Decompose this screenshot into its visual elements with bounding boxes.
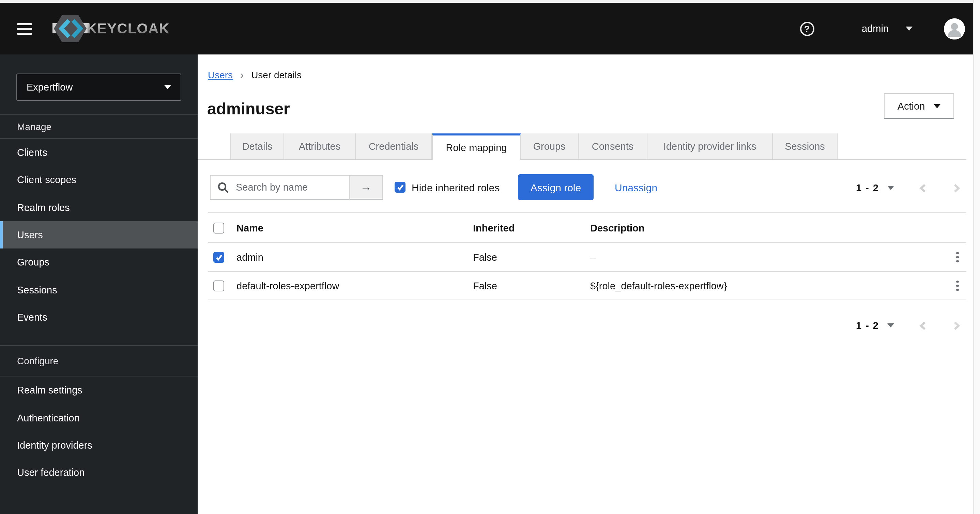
tab-identity-provider-links[interactable]: Identity provider links [648,133,773,159]
tab-credentials[interactable]: Credentials [356,133,432,159]
chevron-left-icon [919,320,928,330]
table-row: default-roles-expertflow False ${role_de… [208,272,966,300]
column-header-description: Description [590,222,645,233]
pagination-range: 1 - 2 [856,182,879,194]
cell-role-inherited: False [473,252,497,262]
search-submit-button[interactable]: → [350,175,383,200]
keycloak-logo: KEYCLOAK [52,14,170,44]
cell-role-inherited: False [473,280,497,291]
sidebar-item-groups[interactable]: Groups [0,249,197,276]
sidebar-item-clients[interactable]: Clients [0,139,197,167]
sidebar-item-client-scopes[interactable]: Client scopes [0,167,197,194]
search-icon [217,181,229,193]
chevron-down-icon [164,85,171,89]
sidebar-item-user-federation[interactable]: User federation [0,459,197,486]
brand-text: KEYCLOAK [87,21,170,37]
chevron-left-icon [919,183,928,193]
keycloak-logo-icon [52,14,89,44]
search-group: → [210,175,383,200]
pagination-next-button[interactable] [952,320,961,330]
row-checkbox[interactable] [213,252,224,262]
sidebar-item-users[interactable]: Users [0,221,197,249]
pagination-menu-toggle[interactable] [887,186,894,190]
table-row: admin False – [208,243,966,272]
search-input-wrapper [210,175,350,200]
tab-details[interactable]: Details [230,133,284,159]
cell-role-description: ${role_default-roles-expertflow} [590,280,727,291]
sidebar-item-realm-settings[interactable]: Realm settings [0,376,197,404]
nav-section-manage: Manage [0,115,197,138]
realm-selector[interactable]: Expertflow [16,73,181,101]
row-kebab-menu[interactable] [953,249,961,265]
realm-selector-label: Expertflow [27,82,73,93]
breadcrumb-link-users[interactable]: Users [208,69,233,80]
column-header-inherited: Inherited [473,222,514,233]
column-header-name: Name [237,222,263,233]
toolbar: → Hide inherited roles Assign role Unass… [197,174,973,201]
breadcrumb-current: User details [251,69,302,80]
sidebar-nav: Expertflow Manage Clients Client scopes … [0,54,197,514]
window-top-strip [0,0,980,3]
cell-role-name: default-roles-expertflow [237,280,339,291]
keycloak-admin-console: KEYCLOAK ? admin Expertflow [0,0,980,514]
sidebar-item-sessions[interactable]: Sessions [0,276,197,304]
pagination-next-button[interactable] [952,183,961,193]
row-checkbox[interactable] [213,280,224,291]
page-title: adminuser [207,99,290,119]
masthead: KEYCLOAK ? admin [0,3,973,54]
pagination-prev-button[interactable] [919,183,928,193]
main-content: Users › User details adminuser Action De… [197,54,973,514]
pagination-range: 1 - 2 [856,320,879,331]
user-menu-label: admin [862,23,889,34]
breadcrumb: Users › User details [208,69,302,80]
sidebar-item-identity-providers[interactable]: Identity providers [0,431,197,459]
select-all-checkbox[interactable] [213,222,224,233]
tab-consents[interactable]: Consents [579,133,648,159]
avatar-icon [944,18,965,39]
user-menu-dropdown[interactable]: admin [862,23,913,34]
breadcrumb-separator-icon: › [240,69,243,80]
pagination-menu-toggle[interactable] [887,324,894,327]
hide-inherited-control: Hide inherited roles [395,174,500,200]
sidebar-item-authentication[interactable]: Authentication [0,404,197,432]
masthead-right: ? admin [800,18,973,39]
hide-inherited-checkbox[interactable] [395,182,406,193]
avatar[interactable] [944,18,965,39]
pagination-bottom: 1 - 2 [856,315,961,336]
sidebar-item-events[interactable]: Events [0,304,197,331]
assign-role-button[interactable]: Assign role [518,174,593,200]
tab-attributes[interactable]: Attributes [284,133,356,159]
check-icon [215,254,223,260]
menu-icon[interactable] [17,23,32,34]
cell-role-description: – [590,252,596,262]
role-mapping-table: Name Inherited Description admin False – [208,213,966,300]
pagination-top: 1 - 2 [856,178,961,198]
hide-inherited-label[interactable]: Hide inherited roles [412,181,500,193]
pagination-prev-button[interactable] [919,320,928,330]
chevron-right-icon [952,183,961,193]
nav-section-configure: Configure [0,345,197,376]
arrow-right-icon: → [360,181,372,194]
unassign-link[interactable]: Unassign [615,174,657,200]
tab-groups[interactable]: Groups [521,133,579,159]
sidebar-nav-list: Manage Clients Client scopes Realm roles… [0,114,197,486]
chevron-right-icon [952,320,961,330]
chevron-down-icon [906,27,913,31]
search-input[interactable] [234,181,344,194]
table-header-row: Name Inherited Description [208,213,966,243]
help-icon[interactable]: ? [800,21,814,36]
tab-strip: Details Attributes Credentials Role mapp… [197,133,966,160]
action-dropdown-label: Action [897,100,925,111]
check-icon [396,184,404,190]
sidebar-item-realm-roles[interactable]: Realm roles [0,194,197,221]
scrollbar[interactable] [973,0,980,514]
cell-role-name: admin [237,252,263,262]
row-kebab-menu[interactable] [953,278,961,294]
tab-sessions[interactable]: Sessions [773,133,838,159]
tabs: Details Attributes Credentials Role mapp… [230,133,838,160]
chevron-down-icon [934,104,940,108]
action-dropdown-button[interactable]: Action [884,93,954,119]
tab-role-mapping[interactable]: Role mapping [432,133,521,160]
